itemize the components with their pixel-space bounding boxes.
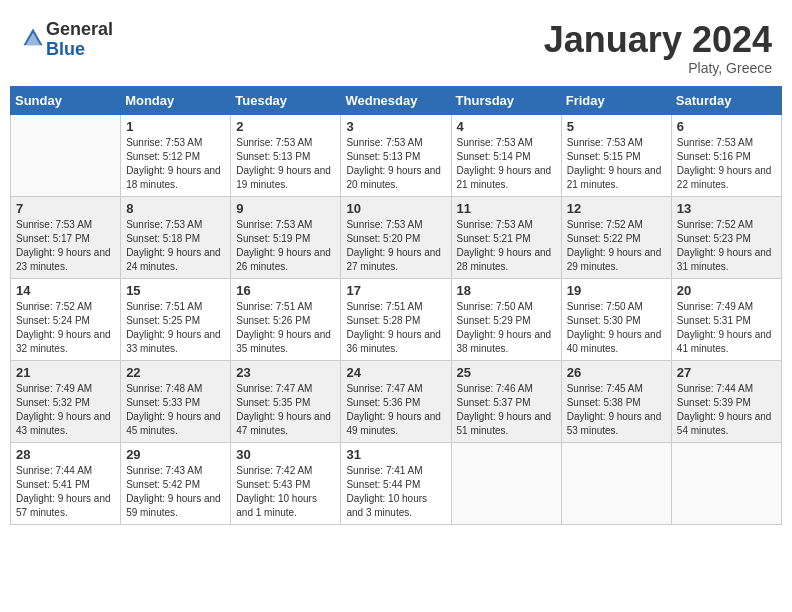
column-header-thursday: Thursday [451,86,561,114]
day-info: Sunrise: 7:53 AMSunset: 5:13 PMDaylight:… [346,136,445,192]
day-number: 17 [346,283,445,298]
day-number: 23 [236,365,335,380]
calendar-cell: 2Sunrise: 7:53 AMSunset: 5:13 PMDaylight… [231,114,341,196]
day-info: Sunrise: 7:49 AMSunset: 5:31 PMDaylight:… [677,300,776,356]
day-info: Sunrise: 7:53 AMSunset: 5:18 PMDaylight:… [126,218,225,274]
day-number: 24 [346,365,445,380]
calendar-cell [451,442,561,524]
calendar-header-row: SundayMondayTuesdayWednesdayThursdayFrid… [11,86,782,114]
day-info: Sunrise: 7:53 AMSunset: 5:12 PMDaylight:… [126,136,225,192]
day-info: Sunrise: 7:44 AMSunset: 5:41 PMDaylight:… [16,464,115,520]
day-info: Sunrise: 7:53 AMSunset: 5:15 PMDaylight:… [567,136,666,192]
day-info: Sunrise: 7:53 AMSunset: 5:19 PMDaylight:… [236,218,335,274]
calendar-cell: 1Sunrise: 7:53 AMSunset: 5:12 PMDaylight… [121,114,231,196]
calendar-cell [671,442,781,524]
day-number: 9 [236,201,335,216]
logo-icon [22,27,44,49]
calendar-cell: 14Sunrise: 7:52 AMSunset: 5:24 PMDayligh… [11,278,121,360]
day-number: 11 [457,201,556,216]
page-header: General Blue January 2024 Platy, Greece [10,10,782,81]
day-number: 2 [236,119,335,134]
calendar-week-row: 7Sunrise: 7:53 AMSunset: 5:17 PMDaylight… [11,196,782,278]
day-info: Sunrise: 7:53 AMSunset: 5:17 PMDaylight:… [16,218,115,274]
day-info: Sunrise: 7:52 AMSunset: 5:24 PMDaylight:… [16,300,115,356]
calendar-cell: 11Sunrise: 7:53 AMSunset: 5:21 PMDayligh… [451,196,561,278]
day-info: Sunrise: 7:49 AMSunset: 5:32 PMDaylight:… [16,382,115,438]
calendar-cell: 13Sunrise: 7:52 AMSunset: 5:23 PMDayligh… [671,196,781,278]
day-info: Sunrise: 7:47 AMSunset: 5:36 PMDaylight:… [346,382,445,438]
day-info: Sunrise: 7:42 AMSunset: 5:43 PMDaylight:… [236,464,335,520]
logo: General Blue [20,20,113,60]
calendar-cell: 25Sunrise: 7:46 AMSunset: 5:37 PMDayligh… [451,360,561,442]
calendar-week-row: 21Sunrise: 7:49 AMSunset: 5:32 PMDayligh… [11,360,782,442]
day-number: 15 [126,283,225,298]
day-number: 21 [16,365,115,380]
column-header-wednesday: Wednesday [341,86,451,114]
day-info: Sunrise: 7:53 AMSunset: 5:13 PMDaylight:… [236,136,335,192]
calendar-cell: 23Sunrise: 7:47 AMSunset: 5:35 PMDayligh… [231,360,341,442]
calendar-cell: 15Sunrise: 7:51 AMSunset: 5:25 PMDayligh… [121,278,231,360]
calendar-cell: 16Sunrise: 7:51 AMSunset: 5:26 PMDayligh… [231,278,341,360]
day-number: 14 [16,283,115,298]
calendar-cell: 3Sunrise: 7:53 AMSunset: 5:13 PMDaylight… [341,114,451,196]
calendar-cell: 4Sunrise: 7:53 AMSunset: 5:14 PMDaylight… [451,114,561,196]
calendar-cell: 22Sunrise: 7:48 AMSunset: 5:33 PMDayligh… [121,360,231,442]
day-info: Sunrise: 7:50 AMSunset: 5:30 PMDaylight:… [567,300,666,356]
day-number: 13 [677,201,776,216]
calendar-week-row: 1Sunrise: 7:53 AMSunset: 5:12 PMDaylight… [11,114,782,196]
day-number: 28 [16,447,115,462]
calendar-cell [561,442,671,524]
calendar-cell: 31Sunrise: 7:41 AMSunset: 5:44 PMDayligh… [341,442,451,524]
location-subtitle: Platy, Greece [544,60,772,76]
day-number: 5 [567,119,666,134]
day-number: 12 [567,201,666,216]
day-info: Sunrise: 7:52 AMSunset: 5:23 PMDaylight:… [677,218,776,274]
calendar-week-row: 14Sunrise: 7:52 AMSunset: 5:24 PMDayligh… [11,278,782,360]
calendar-cell: 20Sunrise: 7:49 AMSunset: 5:31 PMDayligh… [671,278,781,360]
day-number: 19 [567,283,666,298]
day-info: Sunrise: 7:41 AMSunset: 5:44 PMDaylight:… [346,464,445,520]
logo-blue-text: Blue [46,39,85,59]
day-number: 31 [346,447,445,462]
calendar-cell: 17Sunrise: 7:51 AMSunset: 5:28 PMDayligh… [341,278,451,360]
day-number: 27 [677,365,776,380]
logo-general-text: General [46,19,113,39]
column-header-saturday: Saturday [671,86,781,114]
day-info: Sunrise: 7:47 AMSunset: 5:35 PMDaylight:… [236,382,335,438]
calendar-table: SundayMondayTuesdayWednesdayThursdayFrid… [10,86,782,525]
calendar-cell: 28Sunrise: 7:44 AMSunset: 5:41 PMDayligh… [11,442,121,524]
day-number: 16 [236,283,335,298]
calendar-cell: 26Sunrise: 7:45 AMSunset: 5:38 PMDayligh… [561,360,671,442]
calendar-cell [11,114,121,196]
day-number: 18 [457,283,556,298]
day-info: Sunrise: 7:52 AMSunset: 5:22 PMDaylight:… [567,218,666,274]
day-number: 4 [457,119,556,134]
calendar-cell: 18Sunrise: 7:50 AMSunset: 5:29 PMDayligh… [451,278,561,360]
calendar-cell: 9Sunrise: 7:53 AMSunset: 5:19 PMDaylight… [231,196,341,278]
day-info: Sunrise: 7:46 AMSunset: 5:37 PMDaylight:… [457,382,556,438]
day-info: Sunrise: 7:51 AMSunset: 5:28 PMDaylight:… [346,300,445,356]
month-title: January 2024 [544,20,772,60]
calendar-cell: 10Sunrise: 7:53 AMSunset: 5:20 PMDayligh… [341,196,451,278]
calendar-cell: 21Sunrise: 7:49 AMSunset: 5:32 PMDayligh… [11,360,121,442]
calendar-week-row: 28Sunrise: 7:44 AMSunset: 5:41 PMDayligh… [11,442,782,524]
calendar-cell: 6Sunrise: 7:53 AMSunset: 5:16 PMDaylight… [671,114,781,196]
calendar-cell: 19Sunrise: 7:50 AMSunset: 5:30 PMDayligh… [561,278,671,360]
day-info: Sunrise: 7:53 AMSunset: 5:14 PMDaylight:… [457,136,556,192]
day-number: 1 [126,119,225,134]
day-number: 30 [236,447,335,462]
day-info: Sunrise: 7:43 AMSunset: 5:42 PMDaylight:… [126,464,225,520]
day-info: Sunrise: 7:51 AMSunset: 5:26 PMDaylight:… [236,300,335,356]
day-number: 25 [457,365,556,380]
day-info: Sunrise: 7:50 AMSunset: 5:29 PMDaylight:… [457,300,556,356]
day-info: Sunrise: 7:51 AMSunset: 5:25 PMDaylight:… [126,300,225,356]
column-header-sunday: Sunday [11,86,121,114]
column-header-friday: Friday [561,86,671,114]
day-number: 7 [16,201,115,216]
day-number: 22 [126,365,225,380]
day-number: 8 [126,201,225,216]
calendar-cell: 8Sunrise: 7:53 AMSunset: 5:18 PMDaylight… [121,196,231,278]
day-number: 20 [677,283,776,298]
calendar-cell: 12Sunrise: 7:52 AMSunset: 5:22 PMDayligh… [561,196,671,278]
day-number: 3 [346,119,445,134]
